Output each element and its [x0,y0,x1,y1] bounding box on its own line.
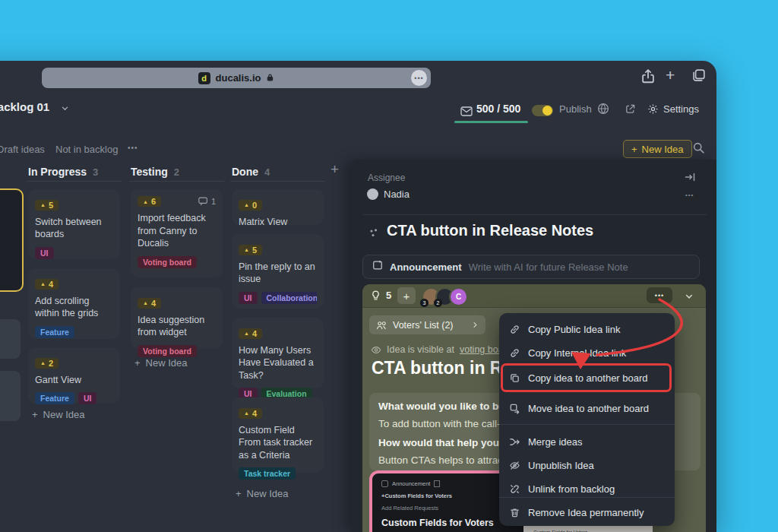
board-chevron-icon[interactable] [61,102,69,116]
announcement-placeholder: Write with AI for future Release Note [469,261,628,273]
visibility-note: Idea is visible at voting board [371,344,512,355]
card-title: Add scrolling within the grids [35,295,113,320]
highlight-red-box [501,363,672,392]
voter-avatar[interactable]: C [449,287,468,306]
card-title: Gantt View [35,374,113,387]
column-new-idea-button[interactable]: +New Idea [236,488,289,499]
idea-card[interactable]: ▲2 Gantt View Feature UI [28,347,120,404]
publish-toggle[interactable] [532,105,553,116]
idea-card[interactable]: ▲4 Idea suggestion from widget Voting bo… [131,287,223,349]
assignee-avatar[interactable] [367,188,378,200]
comment-count: 1 [198,197,216,206]
announcement-icon [372,260,383,274]
card-title: Pin the reply to an issue [239,261,317,286]
browser-window: d ducalis.io ••• + Backlog 01 500 / 500 … [0,61,716,532]
site-favicon: d [198,72,210,84]
menu-item-move-idea-to-board[interactable]: Move idea to another board [499,397,675,420]
card-title: Import feedback from Canny to Ducalis [138,212,216,250]
plus-icon: + [631,144,637,155]
settings-label[interactable]: Settings [663,103,699,115]
mail-icon [460,106,473,119]
new-tab-icon[interactable]: + [666,66,675,84]
tag: UI [78,392,97,404]
menu-item-remove-idea[interactable]: Remove Idea permanently [499,501,675,524]
assignee-label: Assignee [368,173,405,183]
publish-label: Publish [559,103,592,115]
card-partial[interactable] [0,371,21,421]
tag: UI [239,292,258,304]
vote-chip[interactable]: ▲2 [35,358,59,369]
menu-item-unpublish-idea[interactable]: Unpublish Idea [499,454,675,477]
tag: Feature [35,326,74,338]
tag: Feature [35,392,74,404]
preview-announcement-icon [381,480,388,487]
search-icon[interactable] [692,141,705,157]
vote-chip[interactable]: ▲6 [138,196,161,207]
announcement-input[interactable]: Announcement Write with AI for future Re… [362,255,700,279]
add-column-icon[interactable]: + [330,161,339,178]
share-icon[interactable] [640,67,656,88]
menu-item-copy-public-link[interactable]: Copy Public Idea link [499,318,675,340]
assignee-name[interactable]: Nadia [384,188,410,200]
tab-not-in-backlog[interactable]: Not in backlog [55,144,118,155]
vote-chip[interactable]: ▲5 [35,200,59,211]
address-more-icon[interactable]: ••• [411,70,427,86]
tag: Collaboration [261,292,318,304]
column-header-in-progress: In Progress3 [28,166,98,178]
card-title: Idea suggestion from widget [138,314,216,339]
widget-heading: CTA button in R [372,358,502,378]
idea-card[interactable]: ▲4 How Many Users Have Evaluated a Task?… [232,318,324,388]
quota-progress-bar [454,121,528,123]
voters-list-button[interactable]: Voters' List (2) [369,315,485,334]
card-title: Switch between boards [35,216,113,241]
plus-icon: + [134,357,141,369]
vote-chip[interactable]: ▲4 [239,408,262,419]
idea-card[interactable]: ▲6 1 Import feedback from Canny to Ducal… [131,189,223,277]
gear-icon[interactable] [647,103,659,118]
panel-more-icon[interactable]: ••• [685,192,694,198]
widget-chevron-icon[interactable] [685,290,694,304]
add-voter-button[interactable]: + [397,287,416,304]
address-bar[interactable]: d ducalis.io ••• [42,68,431,88]
menu-item-merge-ideas[interactable]: Merge ideas [499,430,675,453]
idea-card[interactable]: ▲5 Switch between boards UI [28,189,120,259]
idea-card[interactable]: ▲4 Custom Field From task tracker as a C… [232,397,324,473]
tag: Voting board [138,256,197,268]
idea-title: CTA button in Release Notes [387,222,593,239]
menu-item-copy-internal-link[interactable]: Copy Internal Idea link [499,341,675,364]
vote-chip[interactable]: ▲5 [239,245,262,255]
vote-chip[interactable]: ▲0 [239,200,262,211]
idea-context-menu: Copy Public Idea link Copy Internal Idea… [499,313,675,526]
column-header-testing: Testing2 [131,166,179,178]
vote-chip[interactable]: ▲4 [239,328,262,339]
column-new-idea-button[interactable]: +New Idea [134,357,188,369]
selected-card-partial[interactable] [0,188,24,292]
tag: Voting board [138,345,197,357]
tab-overview-icon[interactable] [691,68,707,86]
vote-chip[interactable]: ▲4 [35,279,59,290]
globe-icon[interactable] [597,103,609,118]
new-idea-button[interactable]: + New Idea [623,140,692,158]
board-name[interactable]: Backlog 01 [0,100,49,113]
widget-more-icon[interactable]: ••• [647,287,672,303]
card-title: Matrix View [239,216,317,229]
idea-card[interactable]: ▲0 Matrix View [232,189,324,225]
idea-card[interactable]: ▲4 Add scrolling within the grids Featur… [28,268,120,339]
column-new-idea-button[interactable]: +New Idea [32,409,85,420]
tag: UI [35,247,54,259]
column-header-done: Done4 [232,166,270,178]
tab-draft-ideas[interactable]: Draft ideas [0,144,45,155]
lock-icon [266,71,274,85]
card-title: Custom Field From task tracker as a Crit… [239,424,317,462]
tag: Task tracker [239,467,296,480]
lightbulb-icon [370,290,381,305]
card-title: How Many Users Have Evaluated a Task? [239,344,317,382]
url-text: ducalis.io [216,72,261,84]
idea-card[interactable]: ▲5 Pin the reply to an issue UI Collabor… [232,234,324,309]
external-link-icon[interactable] [625,103,636,118]
card-partial[interactable] [0,319,21,359]
plus-icon: + [236,488,242,499]
vote-chip[interactable]: ▲4 [138,298,161,309]
tabs-more-icon[interactable]: ••• [128,144,138,152]
collapse-panel-icon[interactable] [684,171,696,186]
